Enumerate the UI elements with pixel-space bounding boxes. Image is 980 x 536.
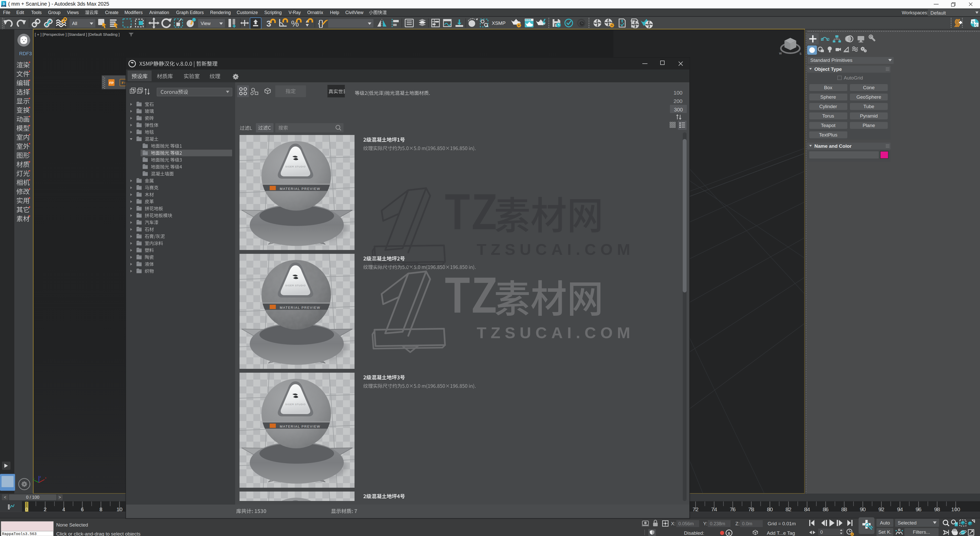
svg-text:0: 0 [728, 531, 730, 536]
svg-text:≡: ≡ [124, 81, 125, 84]
svg-text:2: 2 [44, 506, 47, 512]
svg-text:74: 74 [711, 506, 717, 512]
svg-text:>: > [59, 495, 61, 499]
svg-text:F: F [122, 81, 124, 85]
svg-text:82: 82 [786, 506, 791, 512]
svg-text:0.0m: 0.0m [742, 521, 752, 526]
svg-text:Standard Primitives: Standard Primitives [810, 57, 853, 63]
svg-text:GeoSphere: GeoSphere [856, 94, 881, 100]
svg-text:C: C [975, 23, 978, 27]
svg-text:Rendering: Rendering [210, 10, 231, 15]
svg-text:Default: Default [931, 10, 946, 16]
svg-text:Sphere: Sphere [820, 94, 836, 100]
svg-text:AutoGrid: AutoGrid [844, 75, 863, 81]
svg-text:Disabled:: Disabled: [684, 530, 704, 536]
svg-text:86: 86 [822, 506, 829, 512]
svg-text:92: 92 [878, 506, 885, 512]
svg-text:CivilView: CivilView [345, 10, 363, 15]
svg-text:Cone: Cone [863, 85, 875, 90]
svg-text:FP: FP [110, 81, 114, 85]
svg-text:x: x [45, 476, 46, 479]
svg-text:Edit: Edit [16, 10, 24, 15]
svg-text:98: 98 [934, 506, 940, 512]
svg-text:X:: X: [671, 521, 676, 526]
svg-text:<: < [4, 495, 6, 499]
svg-text:Object Type: Object Type [815, 67, 842, 72]
svg-text:Grid = 0.01m: Grid = 0.01m [768, 521, 796, 526]
svg-text:S: S [800, 52, 801, 55]
svg-text:Name and Color: Name and Color [815, 143, 852, 149]
svg-text:8: 8 [99, 506, 102, 512]
svg-text:88: 88 [841, 506, 847, 512]
svg-text:Modifiers: Modifiers [124, 10, 143, 15]
svg-text:Set K.: Set K. [878, 530, 892, 535]
svg-text:V: V [972, 20, 974, 24]
svg-text:6: 6 [81, 506, 84, 512]
svg-text:96: 96 [916, 506, 921, 512]
svg-text:300: 300 [674, 107, 683, 113]
svg-text:Add T...e Tag: Add T...e Tag [767, 530, 795, 536]
svg-text:0: 0 [25, 506, 28, 512]
svg-text:0: 0 [820, 530, 823, 535]
svg-text:RDF3: RDF3 [19, 51, 32, 56]
svg-text:Auto: Auto [880, 520, 890, 525]
svg-text:Scripting: Scripting [264, 10, 282, 15]
svg-text:94: 94 [897, 506, 903, 512]
svg-text:3: 3 [3, 2, 5, 6]
svg-text:3: 3 [266, 19, 271, 29]
svg-text:[ + ] [Perspective ] [Standard: [ + ] [Perspective ] [Standard ] [Defaul… [35, 32, 119, 37]
svg-text:( mm + ScanLine ) - Autodesk 3: ( mm + ScanLine ) - Autodesk 3ds Max 202… [8, 1, 109, 6]
svg-text:Pyramid: Pyramid [860, 113, 878, 119]
svg-text:Help: Help [330, 10, 339, 15]
svg-text:MAX: MAX [2, 6, 5, 7]
svg-text:View: View [200, 21, 211, 26]
svg-text:78: 78 [748, 506, 754, 512]
svg-text:{}: {} [318, 18, 324, 28]
svg-text:Views: Views [67, 10, 79, 15]
svg-text:4: 4 [62, 506, 65, 512]
svg-text:All: All [72, 21, 77, 26]
svg-text:0.238m: 0.238m [710, 521, 725, 526]
svg-text:z: z [40, 475, 41, 478]
svg-text:10: 10 [116, 506, 123, 512]
svg-text:y: y [33, 477, 35, 480]
svg-text:Workspaces:: Workspaces: [902, 10, 928, 15]
svg-text:Customize: Customize [237, 10, 258, 15]
svg-text:0 / 100: 0 / 100 [26, 495, 39, 500]
svg-text:Create: Create [105, 10, 119, 15]
svg-text:TZSUCAI.COM: TZSUCAI.COM [477, 240, 635, 258]
svg-text:Teapot: Teapot [821, 123, 835, 128]
svg-text:Plane: Plane [863, 123, 875, 128]
svg-text:Box: Box [824, 85, 832, 90]
svg-text:RappaTools3.563: RappaTools3.563 [2, 532, 37, 536]
svg-text:Animation: Animation [149, 10, 169, 15]
svg-text:100: 100 [951, 506, 960, 512]
svg-text:76: 76 [730, 506, 736, 512]
svg-text:XSMP: XSMP [492, 21, 506, 26]
svg-text:TZSUCAI.COM: TZSUCAI.COM [477, 324, 635, 342]
svg-text:Tools: Tools [31, 10, 42, 15]
svg-text:100: 100 [673, 90, 682, 95]
svg-text:200: 200 [673, 98, 682, 104]
svg-text:Cylinder: Cylinder [819, 104, 837, 109]
svg-text:TextPlus: TextPlus [819, 132, 837, 137]
svg-text:None Selected: None Selected [56, 522, 88, 528]
svg-text:Y:: Y: [703, 521, 708, 526]
svg-text:Click or click-and-drag to sel: Click or click-and-drag to select object… [56, 531, 140, 536]
svg-text:0.056m: 0.056m [678, 521, 694, 526]
svg-text:84: 84 [804, 506, 810, 512]
svg-text:Tube: Tube [864, 104, 875, 109]
svg-text:Group: Group [48, 10, 60, 15]
svg-text:Z:: Z: [735, 521, 740, 526]
svg-text:File: File [3, 10, 10, 15]
svg-text:72: 72 [693, 506, 698, 512]
svg-text:V-Ray: V-Ray [289, 10, 301, 15]
svg-text:Filters...: Filters... [913, 530, 930, 535]
svg-text:Graph Editors: Graph Editors [176, 10, 204, 15]
svg-text:80: 80 [767, 506, 773, 512]
svg-text:90: 90 [860, 506, 866, 512]
svg-text:Torus: Torus [822, 113, 834, 119]
svg-text:Ornatrix: Ornatrix [307, 10, 323, 15]
svg-text:Selected: Selected [898, 520, 916, 525]
svg-text:W: W [779, 52, 782, 55]
